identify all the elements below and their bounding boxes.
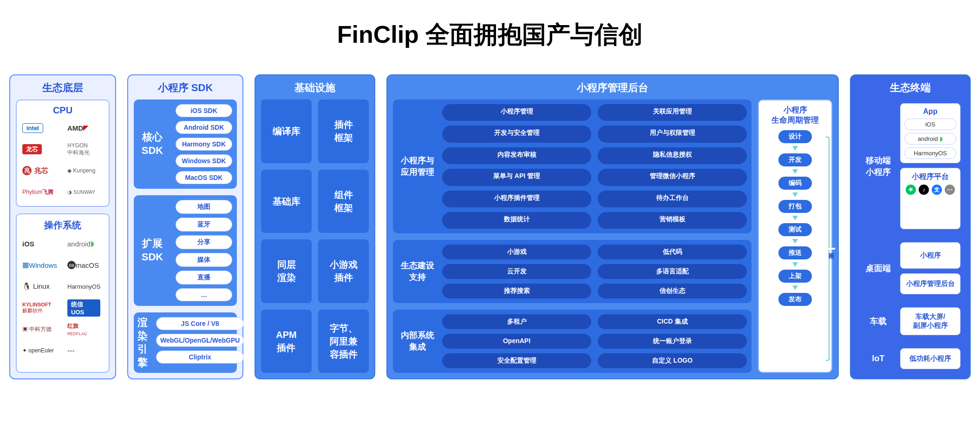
alipay-icon: 支 [932,185,942,195]
infra-tile: 组件 框架 [318,170,369,233]
sdk-pill: iOS SDK [176,104,232,117]
term-iot: IoT 低功耗小程序 [856,344,964,373]
term-iot-item: 低功耗小程序 [900,348,960,369]
arrow-down-icon [792,192,798,197]
mgmt-block: 小程序与 应用管理小程序管理关联应用管理开发与安全管理用户与权限管理内容发布审核… [393,99,751,233]
col-infra: 基础设施 编译库插件 框架基础库组件 框架同层 渲染小游戏 插件APM 插件字节… [255,74,375,379]
term-desktop: 桌面端 小程序 小程序管理后台 [856,238,964,298]
panel-sdk: 小程序 SDK 核心 SDK iOS SDKAndroid SDKHarmony… [127,74,243,379]
term-car-label: 车载 [860,307,896,335]
mgmt-pill: 营销模板 [598,212,747,229]
sdk-core-label: 核心 SDK [134,99,171,189]
term-car: 车载 车载大屏/ 副屏小程序 [856,304,964,339]
term-app-title: App [904,107,956,116]
logo-ios: iOS [22,236,58,251]
term-mobile: 移动端 小程序 App iOS android ◗ HarmonyOS 小程序平… [856,99,964,233]
lifecycle-step: 上架 [778,270,812,283]
os-title: 操作系统 [22,219,103,232]
cpu-card: CPU intel AMD◤ 龙芯 HYGON中科海光 兆兆芯 ◆ Kunpen… [16,99,110,207]
mgmt-block: 内部系统 集成多租户CICD 集成OpenAPI统一账户登录安全配置管理自定义 … [393,310,751,373]
logo-more: ••• [67,343,103,358]
infra-tile: 小游戏 插件 [318,239,369,303]
mgmt-pill: 小程序管理 [442,104,591,121]
term-desktop-item: 小程序 [900,242,960,269]
sdk-pill: … [176,288,232,301]
term-mobile-label: 移动端 小程序 [860,103,896,229]
panel-title: 小程序管理后台 [393,81,832,95]
logo-intel: intel [22,120,58,135]
arrow-down-icon [792,262,798,267]
infra-tile: 基础库 [261,170,312,233]
col-sdk: 小程序 SDK 核心 SDK iOS SDKAndroid SDKHarmony… [127,74,243,379]
sdk-pill: Windows SDK [176,154,232,167]
panel-mgmt: 小程序管理后台 小程序与 应用管理小程序管理关联应用管理开发与安全管理用户与权限… [386,74,839,379]
infra-tile: 插件 框架 [318,99,369,163]
logo-linux: 🐧 Linux [22,279,58,294]
infra-tile: APM 插件 [261,310,312,373]
term-car-item: 车载大屏/ 副屏小程序 [900,307,960,335]
mgmt-pill: 多语言适配 [598,264,747,279]
sdk-core-block: 核心 SDK iOS SDKAndroid SDKHarmony SDKWind… [134,99,237,189]
lifecycle-step: 发布 [778,293,812,306]
logo-android: android ◗ [67,236,103,251]
mgmt-pill: 管理微信小程序 [598,169,747,185]
mgmt-pill: 云开发 [442,264,591,279]
page-title: FinClip 全面拥抱国产与信创 [9,19,971,51]
term-desktop-label: 桌面端 [860,242,896,294]
mgmt-pill: 自定义 LOGO [598,353,747,368]
logo-redflag: 红旗REDFLAG [67,322,103,337]
lifecycle-step: 设计 [778,130,812,143]
sdk-pill: Harmony SDK [176,138,232,151]
mgmt-pill: 数据统计 [442,212,591,229]
logo-macos: os macOS [67,258,103,272]
panel-terminal: 生态终端 移动端 小程序 App iOS android ◗ HarmonyOS… [850,74,971,379]
panel-title: 生态底层 [16,81,110,95]
mgmt-pill: 安全配置管理 [442,353,591,368]
term-app-android: android ◗ [904,133,956,145]
col-ecosystem-base: 生态底层 CPU intel AMD◤ 龙芯 HYGON中科海光 兆兆芯 ◆ K… [9,74,116,379]
logo-windows: ▦ Windows [22,258,58,272]
mgmt-pill: 待办工作台 [598,191,747,207]
mgmt-pill: 小程序插件管理 [442,191,591,207]
col-mgmt: 小程序管理后台 小程序与 应用管理小程序管理关联应用管理开发与安全管理用户与权限… [386,74,839,379]
os-card: 操作系统 iOS android ◗ ▦ Windows os macOS 🐧 … [16,213,110,373]
mgmt-pill: 内容发布审核 [442,147,591,164]
term-desktop-item: 小程序管理后台 [900,273,960,294]
sdk-pill: 媒体 [176,253,232,267]
mgmt-pill: 小游戏 [442,245,591,259]
arrow-down-icon [792,216,798,220]
lifecycle-step: 编码 [778,177,812,190]
panel-title: 小程序 SDK [134,81,237,95]
arrow-down-icon [792,285,798,290]
sdk-pill: 地图 [176,200,232,214]
panel-title: 基础设施 [261,81,369,95]
mgmt-block: 生态建设 支持小游戏低代码云开发多语言适配推荐搜索信创生态 [393,240,751,303]
wechat-icon: ✳ [906,185,916,195]
lifecycle-step: 测试 [778,223,812,236]
panel-title: 生态终端 [856,81,964,95]
logo-harmony: HarmonyOS [67,279,103,294]
sdk-pill: 蓝牙 [176,218,232,232]
logo-zhaoxin: 兆兆芯 [22,163,58,178]
lifecycle-loop-label: 循环 [827,248,835,250]
mgmt-pill: 用户与权限管理 [598,126,747,142]
mgmt-pill: 菜单与 API 管理 [442,169,591,185]
logo-kylin: KYLINSOFT麒麟软件 [22,300,58,315]
logo-nfs: ▣ 中科方德 [22,322,58,337]
term-platform-card: 小程序平台 ✳ ♪ 支 ⋯ [900,168,960,229]
mgmt-pill: CICD 集成 [598,314,747,329]
sdk-pill: 分享 [176,235,232,249]
infra-tile: 字节、 阿里兼 容插件 [318,310,369,373]
lifecycle-card: 小程序 生命周期管理 循环 设计开发编码打包测试推送上架发布 [758,99,832,373]
panel-infra: 基础设施 编译库插件 框架基础库组件 框架同层 渲染小游戏 插件APM 插件字节… [255,74,375,379]
logo-amd: AMD◤ [67,120,103,135]
cpu-title: CPU [22,105,103,116]
mgmt-pill: 关联应用管理 [598,104,747,121]
col-terminal: 生态终端 移动端 小程序 App iOS android ◗ HarmonyOS… [850,74,971,379]
term-iot-label: IoT [860,348,896,369]
lifecycle-step: 打包 [778,200,812,213]
mgmt-pill: 多租户 [442,314,591,329]
logo-phytium: Phytium飞腾 [22,185,58,199]
mgmt-block-label: 生态建设 支持 [398,245,438,298]
sdk-render-block: 渲染 引擎 JS Core / V8WebGL/OpenGL/WebGPUCli… [134,312,237,373]
